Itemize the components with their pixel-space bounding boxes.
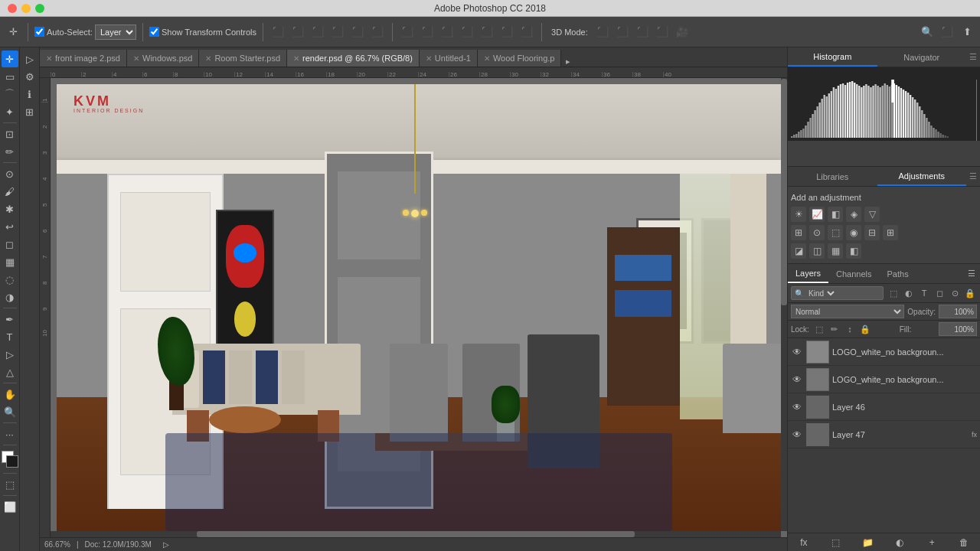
layer-visibility-toggle[interactable]: 👁 (791, 373, 803, 386)
distribute-top-icon[interactable]: ⬛ (459, 24, 475, 41)
add-new-layer-button[interactable]: + (925, 536, 939, 549)
color-swatches[interactable] (2, 451, 18, 468)
align-left-icon[interactable]: ⬛ (270, 24, 286, 41)
gradient-map-adj-icon[interactable]: ▦ (828, 243, 843, 259)
align-center-v-icon[interactable]: ⬛ (349, 24, 366, 41)
crop-tool[interactable]: ⊡ (2, 126, 18, 142)
align-right-icon[interactable]: ⬛ (309, 24, 326, 41)
search-icon[interactable]: 🔍 (919, 24, 936, 41)
filter-adj-icon[interactable]: ◐ (902, 286, 916, 300)
tab-channels[interactable]: Channels (828, 264, 879, 283)
layer-filter-search[interactable]: 🔍 Kind (791, 286, 884, 300)
zoom-tool[interactable]: 🔍 (2, 403, 18, 420)
align-top-icon[interactable]: ⬛ (329, 24, 346, 41)
brush-tool[interactable]: 🖌 (2, 183, 18, 200)
history-tool[interactable]: ↩ (2, 218, 18, 235)
align-bottom-icon[interactable]: ⬛ (369, 24, 386, 41)
create-group-button[interactable]: 📁 (861, 536, 875, 549)
bw-adj-icon[interactable]: ⊙ (809, 225, 825, 240)
tab-front-image[interactable]: ✕ front image 2.psd (40, 50, 127, 67)
fill-input[interactable] (939, 322, 977, 336)
tab-close-icon[interactable]: ✕ (205, 54, 211, 63)
filter-smart-icon[interactable]: ⊙ (948, 286, 962, 300)
delete-layer-button[interactable]: 🗑 (957, 536, 971, 549)
exposure-adj-icon[interactable]: ◧ (828, 207, 843, 222)
layer-item[interactable]: 👁 Layer 46 (788, 393, 980, 421)
transform-controls-checkbox[interactable]: Show Transform Controls (149, 27, 256, 37)
eyedropper-tool[interactable]: ✏ (2, 143, 18, 160)
lasso-tool[interactable]: ⌒ (2, 86, 18, 103)
tab-close-icon[interactable]: ✕ (46, 54, 52, 63)
distribute-center-v-icon[interactable]: ⬛ (479, 24, 495, 41)
distribute-spacing-icon[interactable]: ⬛ (518, 24, 535, 41)
gradient-tool[interactable]: ▦ (2, 253, 18, 270)
screen-mode-tool[interactable]: ⬜ (2, 498, 18, 515)
magic-wand-tool[interactable]: ✦ (2, 103, 18, 120)
tab-windows[interactable]: ✕ Windows.psd (127, 50, 199, 67)
background-color[interactable] (6, 455, 18, 468)
lock-artboard-icon[interactable]: ↕ (843, 322, 857, 336)
quick-mask-tool[interactable]: ⬚ (2, 476, 18, 493)
maximize-button[interactable] (35, 4, 44, 13)
close-button[interactable] (8, 4, 17, 13)
invert-adj-icon[interactable]: ⊞ (883, 225, 898, 240)
opacity-input[interactable] (939, 305, 977, 318)
threshold-adj-icon[interactable]: ◫ (809, 243, 825, 259)
layer-visibility-toggle[interactable]: 👁 (791, 346, 803, 358)
secondary-tool-4[interactable]: ⊞ (21, 103, 38, 120)
3d-tool-2-icon[interactable]: ⬛ (614, 24, 631, 41)
lock-all-icon[interactable]: 🔒 (858, 322, 872, 336)
path-select-tool[interactable]: ▷ (2, 346, 18, 363)
tab-navigator[interactable]: Navigator (877, 47, 967, 67)
tab-untitled[interactable]: ✕ Untitled-1 (420, 50, 478, 67)
layer-item[interactable]: 👁 Layer 47 fx (788, 421, 980, 448)
secondary-tool-3[interactable]: ℹ (21, 86, 38, 103)
vibrance-adj-icon[interactable]: ◈ (846, 207, 861, 222)
vertical-scrollbar[interactable] (781, 78, 787, 531)
histogram-menu-icon[interactable]: ☰ (966, 47, 980, 67)
create-adj-layer-button[interactable]: ◐ (893, 536, 906, 549)
tab-close-icon[interactable]: ✕ (426, 54, 432, 63)
blur-tool[interactable]: ◌ (2, 271, 18, 288)
filter-lock-icon[interactable]: 🔒 (963, 286, 977, 300)
tab-paths[interactable]: Paths (880, 264, 916, 283)
lock-pixels-icon[interactable]: ⬚ (812, 322, 826, 336)
doc-info-arrow[interactable]: ▷ (158, 536, 175, 552)
3d-tool-4-icon[interactable]: ⬛ (654, 24, 671, 41)
share-icon[interactable]: ⬆ (959, 24, 975, 41)
distribute-bottom-icon[interactable]: ⬛ (498, 24, 515, 41)
workspaces-icon[interactable]: ⬛ (939, 24, 956, 41)
color-balance-adj-icon[interactable]: ⊞ (791, 225, 806, 240)
layer-item[interactable]: 👁 LOGO_white_no backgroun... (788, 338, 980, 366)
3d-tool-3-icon[interactable]: ⬛ (634, 24, 651, 41)
tab-close-icon[interactable]: ✕ (133, 54, 139, 63)
brightness-adj-icon[interactable]: ☀ (791, 207, 806, 222)
tab-histogram[interactable]: Histogram (788, 47, 877, 67)
pen-tool[interactable]: ✒ (2, 311, 18, 328)
tab-layers[interactable]: Layers (788, 264, 828, 283)
tab-room-starter[interactable]: ✕ Room Starter.psd (199, 50, 287, 67)
curves-adj-icon[interactable]: 📈 (809, 207, 825, 222)
align-center-h-icon[interactable]: ⬛ (289, 24, 306, 41)
tab-wood-flooring[interactable]: ✕ Wood Flooring.p (478, 50, 562, 67)
lock-position-icon[interactable]: ✏ (828, 322, 841, 336)
layer-item[interactable]: 👁 LOGO_white_no backgroun... (788, 366, 980, 393)
history-forward-icon[interactable]: ▷ (21, 51, 38, 67)
stamp-tool[interactable]: ✱ (2, 201, 18, 217)
hue-sat-adj-icon[interactable]: ▽ (864, 207, 880, 222)
layer-visibility-toggle[interactable]: 👁 (791, 401, 803, 413)
shape-tool[interactable]: △ (2, 364, 18, 380)
posterize-adj-icon[interactable]: ◪ (791, 243, 806, 259)
tab-close-icon[interactable]: ✕ (293, 54, 299, 63)
distribute-center-h-icon[interactable]: ⬛ (419, 24, 436, 41)
3d-tool-5-icon[interactable]: 🎥 (674, 24, 691, 41)
text-tool[interactable]: T (2, 328, 18, 345)
layer-select[interactable]: Layer (95, 24, 136, 40)
blend-mode-select[interactable]: Normal (791, 305, 904, 318)
add-mask-button[interactable]: ⬚ (829, 536, 843, 549)
eraser-tool[interactable]: ◻ (2, 236, 18, 253)
3d-tool-1-icon[interactable]: ⬛ (594, 24, 611, 41)
minimize-button[interactable] (21, 4, 31, 13)
distribute-right-icon[interactable]: ⬛ (439, 24, 456, 41)
extra-tools[interactable]: ··· (2, 425, 18, 442)
